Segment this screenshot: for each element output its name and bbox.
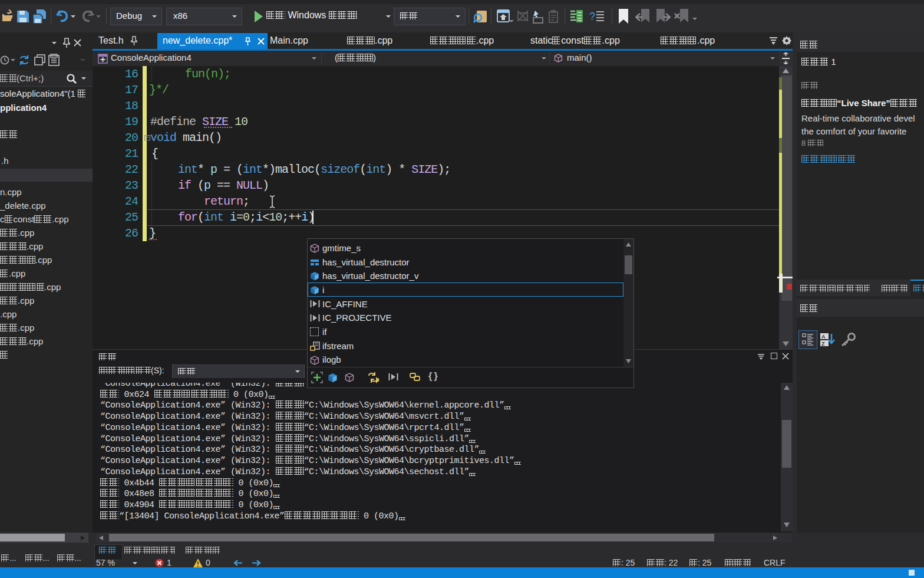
svg-text:Z: Z bbox=[821, 341, 825, 347]
svg-text:A: A bbox=[821, 334, 826, 340]
svg-text:?: ? bbox=[589, 11, 595, 22]
